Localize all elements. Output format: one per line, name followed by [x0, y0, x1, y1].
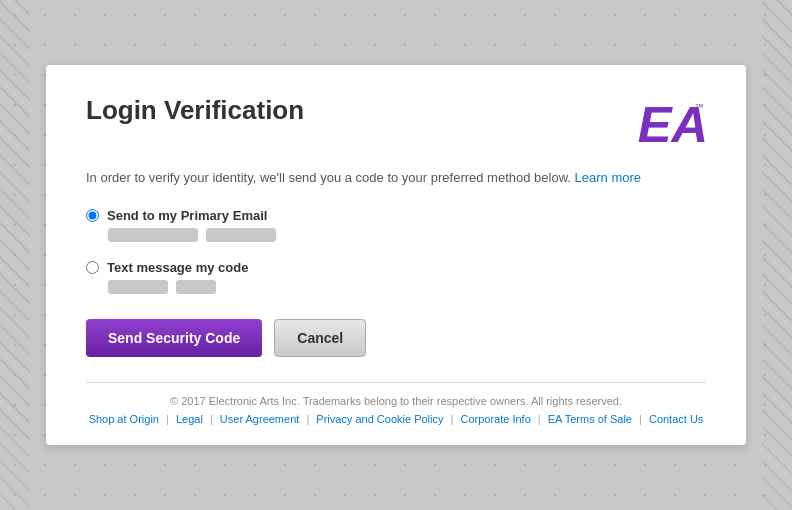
option-text-message: Text message my code — [86, 260, 706, 294]
phone-blurred-part2 — [176, 280, 216, 294]
footer-link-shop[interactable]: Shop at Origin — [89, 413, 159, 425]
footer-link-corporate-info[interactable]: Corporate Info — [460, 413, 530, 425]
card-header: Login Verification EA ™ — [86, 95, 706, 150]
action-buttons: Send Security Code Cancel — [86, 319, 706, 357]
verification-options: Send to my Primary Email Text message my… — [86, 208, 706, 294]
svg-text:™: ™ — [695, 103, 704, 113]
text-message-detail — [108, 280, 706, 294]
learn-more-link[interactable]: Learn more — [575, 170, 641, 185]
description-text: In order to verify your identity, we'll … — [86, 168, 706, 188]
cancel-button[interactable]: Cancel — [274, 319, 366, 357]
page-title: Login Verification — [86, 95, 304, 126]
phone-blurred-part1 — [108, 280, 168, 294]
footer-divider — [86, 382, 706, 383]
email-blurred-part1 — [108, 228, 198, 242]
text-message-radio[interactable] — [86, 261, 99, 274]
text-message-label[interactable]: Text message my code — [86, 260, 706, 275]
ea-logo: EA ™ — [636, 95, 706, 150]
primary-email-radio[interactable] — [86, 209, 99, 222]
copyright-text: © 2017 Electronic Arts Inc. Trademarks b… — [86, 395, 706, 407]
primary-email-label[interactable]: Send to my Primary Email — [86, 208, 706, 223]
footer: © 2017 Electronic Arts Inc. Trademarks b… — [86, 395, 706, 425]
footer-link-legal[interactable]: Legal — [176, 413, 203, 425]
footer-link-user-agreement[interactable]: User Agreement — [220, 413, 299, 425]
email-blurred-part2 — [206, 228, 276, 242]
footer-link-privacy[interactable]: Privacy and Cookie Policy — [316, 413, 443, 425]
option-primary-email: Send to my Primary Email — [86, 208, 706, 242]
footer-link-contact[interactable]: Contact Us — [649, 413, 703, 425]
footer-links: Shop at Origin | Legal | User Agreement … — [86, 413, 706, 425]
primary-email-detail — [108, 228, 706, 242]
login-verification-card: Login Verification EA ™ In order to veri… — [46, 65, 746, 445]
footer-link-ea-terms[interactable]: EA Terms of Sale — [548, 413, 632, 425]
send-security-code-button[interactable]: Send Security Code — [86, 319, 262, 357]
